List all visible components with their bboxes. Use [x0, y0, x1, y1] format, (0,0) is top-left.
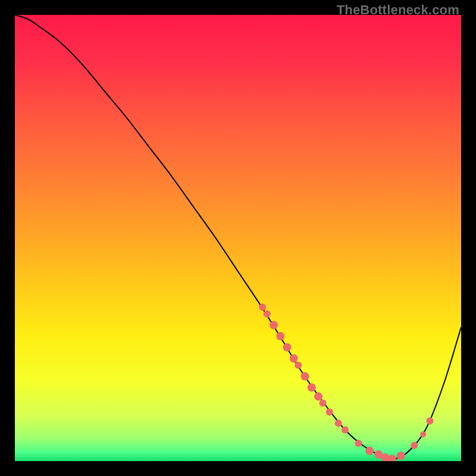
data-marker [342, 427, 349, 434]
data-marker [270, 321, 278, 329]
data-marker [290, 355, 298, 363]
data-marker [326, 409, 333, 416]
chart-frame [15, 15, 461, 461]
data-marker [295, 362, 302, 369]
data-marker [320, 400, 327, 407]
gradient-background [15, 15, 461, 461]
data-marker [283, 343, 292, 352]
data-marker [264, 311, 271, 318]
data-marker [314, 392, 322, 400]
data-marker [308, 383, 316, 392]
data-marker [427, 418, 434, 425]
data-marker [397, 452, 405, 460]
data-marker [335, 419, 342, 427]
data-marker [411, 442, 418, 449]
data-marker [365, 447, 374, 455]
data-marker [420, 431, 426, 437]
watermark-text: TheBottleneck.com [337, 2, 459, 18]
data-marker [276, 332, 284, 340]
data-marker [259, 303, 266, 311]
data-marker [301, 372, 309, 381]
data-marker [355, 440, 362, 447]
bottleneck-chart [15, 15, 461, 461]
